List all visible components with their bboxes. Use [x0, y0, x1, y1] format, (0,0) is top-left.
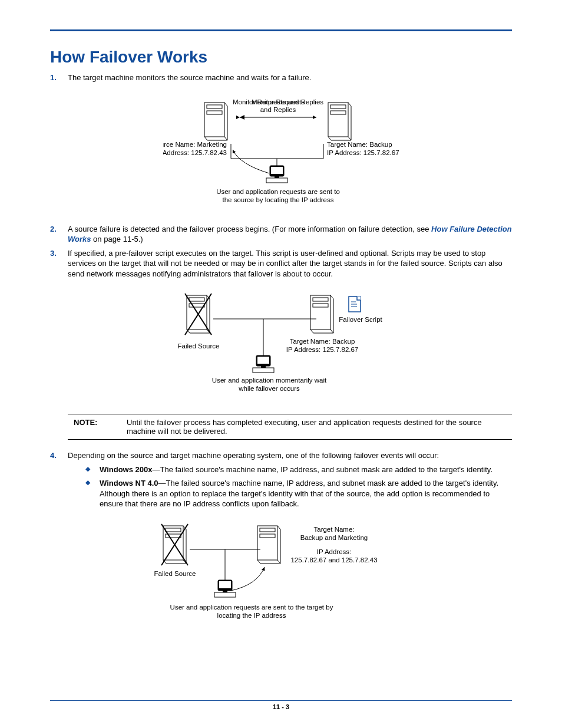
diagram-monitor: Monitor Requests and Replies Monitor Req…	[50, 94, 512, 213]
bullet-item: Windows 200x—The failed source's machine…	[85, 465, 512, 475]
target-name-label: Target Name: Backup	[290, 338, 355, 345]
item-number: 1.	[50, 73, 57, 83]
diagram-identity-added: Failed Source Target Name: Backup and Ma…	[50, 520, 512, 640]
bullet-bold: Windows NT 4.0	[100, 479, 158, 487]
bullet-bold: Windows 200x	[100, 465, 152, 474]
diagram-caption: the source by locating the IP address	[222, 196, 333, 203]
item-number: 3.	[50, 248, 57, 259]
list-item: 4. Depending on the source and target ma…	[50, 450, 512, 509]
svg-text:and Replies: and Replies	[260, 106, 296, 113]
target-ip-label: IP Address: 125.7.82.67	[286, 346, 359, 353]
diagram-caption: locating the IP address	[217, 612, 286, 619]
note-text: Until the failover process has completed…	[127, 418, 512, 436]
bullet-text: —The failed source's machine name, IP ad…	[100, 479, 498, 508]
note-box: NOTE: Until the failover process has com…	[68, 414, 512, 440]
page-number: 11 - 3	[273, 703, 289, 710]
source-name-label: Source Name: Marketing	[163, 141, 227, 148]
list-item: 3. If specified, a pre-failover script e…	[50, 248, 512, 279]
list-item: 2. A source failure is detected and the …	[50, 224, 512, 245]
diagram-failover-script: Failover Script Failed Source Target Nam…	[50, 289, 512, 403]
item-text: The target machine monitors the source m…	[68, 73, 311, 82]
target-ip-label: IP Address:	[317, 548, 352, 555]
diagram-caption: User and application momentarily wait	[212, 377, 327, 384]
item-text: If specified, a pre-failover script exec…	[68, 249, 503, 278]
target-ip-label: 125.7.82.67 and 125.7.82.43	[290, 556, 377, 564]
target-name-label: Backup and Marketing	[300, 534, 368, 541]
failed-source-label: Failed Source	[178, 342, 220, 350]
source-ip-label: IP Address: 125.7.82.43	[163, 149, 227, 156]
target-name-label: Target Name: Backup	[327, 141, 392, 148]
target-name-label: Target Name:	[313, 526, 354, 533]
item-text: A source failure is detected and the fai…	[68, 225, 512, 244]
page-title: How Failover Works	[50, 48, 512, 67]
top-rule	[50, 29, 512, 31]
item-number: 2.	[50, 224, 57, 235]
diagram-caption: User and application requests are sent t…	[216, 188, 340, 195]
target-ip-label: IP Address: 125.7.82.67	[327, 149, 399, 156]
note-label: NOTE:	[68, 418, 127, 436]
failed-source-label: Failed Source	[154, 570, 196, 577]
item-text: Depending on the source and target machi…	[68, 451, 439, 460]
item-number: 4.	[50, 450, 57, 461]
page-footer: 11 - 3	[50, 700, 512, 710]
svg-marker-22	[240, 115, 244, 120]
failover-script-label: Failover Script	[339, 316, 382, 323]
diagram-caption: while failover occurs	[238, 385, 300, 392]
bullet-text: —The failed source's machine name, IP ad…	[152, 465, 492, 474]
diagram-caption: User and application requests are sent t…	[170, 604, 333, 611]
bullet-item: Windows NT 4.0—The failed source's machi…	[85, 478, 512, 509]
list-item: 1. The target machine monitors the sourc…	[50, 73, 512, 83]
svg-text:Monitor Requests: Monitor Requests	[252, 98, 305, 106]
